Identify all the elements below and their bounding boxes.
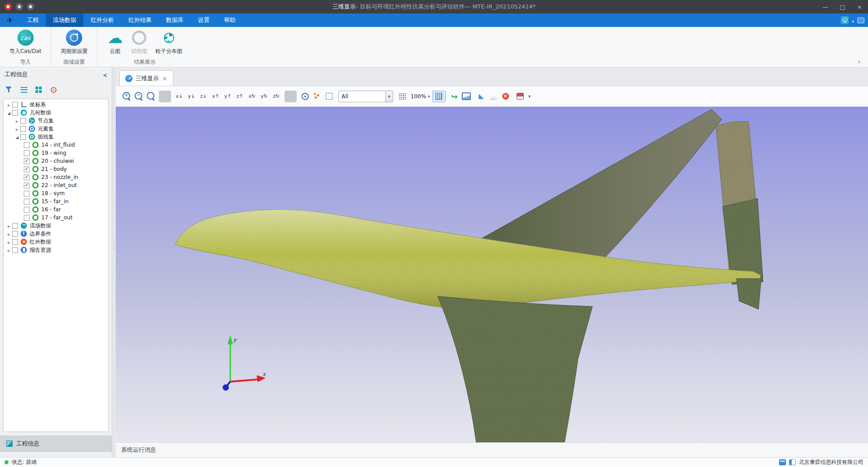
tree-item[interactable]: 坐标系 (4, 100, 108, 109)
zoom-percent-dropdown[interactable]: 100% (408, 91, 432, 102)
export-icon[interactable] (514, 91, 526, 102)
mirror-icon[interactable] (475, 91, 487, 102)
rotate-z-icon[interactable] (270, 91, 282, 102)
fit-view-icon[interactable] (145, 91, 157, 102)
chevron-down-icon[interactable] (526, 91, 533, 102)
visibility-checkbox[interactable] (12, 247, 18, 253)
tree-item[interactable]: 几何数据 (4, 109, 108, 117)
tree-item[interactable]: 流场数据 (4, 222, 108, 230)
delete-icon[interactable] (500, 91, 512, 102)
box-select-icon[interactable] (323, 91, 335, 102)
cloud-display-icon[interactable] (487, 91, 500, 102)
rotate-x-icon[interactable] (246, 91, 258, 102)
tree-item[interactable]: 元素集 (4, 125, 108, 133)
visibility-checkbox[interactable] (20, 134, 26, 140)
tree-item[interactable]: 14 - int_fluid (4, 141, 108, 149)
menu-item[interactable]: 数据库 (159, 13, 191, 27)
expand-arrow-icon[interactable] (6, 247, 12, 253)
user-icon[interactable] (841, 16, 849, 24)
snapshot-icon[interactable] (460, 91, 473, 102)
list-icon[interactable] (21, 87, 27, 93)
record-icon[interactable] (4, 3, 12, 10)
visibility-checkbox[interactable] (12, 102, 18, 108)
layout-blue-icon[interactable] (779, 459, 786, 465)
visibility-checkbox[interactable] (20, 126, 26, 132)
entity-filter-select[interactable]: All (338, 91, 393, 102)
tree-item[interactable]: 节点集 (4, 117, 108, 125)
view-x-neg-icon[interactable] (173, 91, 185, 102)
tree-item[interactable]: 15 - far_in (4, 197, 108, 205)
filter-icon[interactable] (5, 87, 13, 93)
visibility-checkbox[interactable] (12, 223, 18, 229)
tree-item[interactable]: 18 - sym (4, 189, 108, 197)
expand-arrow-icon[interactable] (14, 134, 20, 140)
menu-item[interactable]: 流场数据 (46, 13, 83, 27)
ribbon-button[interactable]: cas 导入Cas/Dat (6, 29, 44, 58)
menu-item[interactable]: 帮助 (217, 13, 243, 27)
expand-arrow-icon[interactable] (6, 231, 12, 237)
ribbon-collapse-icon[interactable] (858, 57, 861, 65)
tree-item[interactable]: 23 - nozzle_in (4, 173, 108, 181)
chevron-down-icon[interactable] (852, 16, 854, 25)
shade-pattern-icon[interactable] (396, 91, 408, 102)
maximize-button[interactable]: □ (834, 0, 851, 13)
locate-icon[interactable] (299, 91, 311, 102)
ribbon-button[interactable]: 切面图 (128, 29, 150, 58)
visibility-checkbox[interactable] (24, 207, 30, 213)
view-y-pos-icon[interactable] (222, 91, 234, 102)
grid-view-icon[interactable] (35, 87, 42, 93)
tree-item[interactable]: 21 - body (4, 165, 108, 173)
expand-arrow-icon[interactable] (6, 239, 12, 245)
minimize-button[interactable]: — (817, 0, 834, 13)
tree-item[interactable]: 22 - inlet_out (4, 181, 108, 189)
rotate-y-icon[interactable] (258, 91, 270, 102)
tree-item[interactable]: 20 - chuiwei (4, 157, 108, 165)
zoom-out-icon[interactable] (132, 91, 145, 102)
ribbon-button[interactable]: 粒子分布图 (152, 29, 185, 58)
visibility-checkbox[interactable] (24, 199, 30, 205)
visibility-checkbox[interactable] (12, 239, 18, 245)
viewport-3d[interactable]: x y (116, 107, 868, 442)
expand-arrow-icon[interactable] (6, 223, 12, 229)
theme-window-icon[interactable] (857, 17, 864, 23)
ribbon-button[interactable]: 云图 (104, 29, 126, 58)
grid-toggle-button[interactable] (432, 91, 446, 102)
visibility-checkbox[interactable] (24, 175, 30, 180)
visibility-checkbox[interactable] (24, 150, 30, 156)
visibility-checkbox[interactable] (20, 118, 26, 124)
layout-split-icon[interactable] (789, 459, 796, 465)
app-quick-icon[interactable] (16, 3, 23, 10)
view-x-pos-icon[interactable] (210, 91, 222, 102)
menu-item[interactable]: 设置 (191, 13, 217, 27)
zoom-in-icon[interactable] (120, 91, 132, 102)
ribbon-button[interactable]: 周期面设置 (57, 29, 91, 58)
expand-arrow-icon[interactable] (6, 101, 12, 108)
menu-item[interactable]: 工程 (20, 13, 46, 27)
menu-item[interactable]: 红外结果 (121, 13, 159, 27)
visibility-checkbox[interactable] (24, 158, 30, 164)
visibility-checkbox[interactable] (12, 231, 18, 237)
tab-3d-view[interactable]: 三维显示 (119, 70, 173, 86)
visibility-checkbox[interactable] (24, 142, 30, 148)
tree-item[interactable]: 19 - wing (4, 149, 108, 157)
visibility-checkbox[interactable] (24, 215, 30, 221)
view-z-pos-icon[interactable] (234, 91, 246, 102)
share-icon[interactable] (448, 91, 460, 102)
capture-quick-icon[interactable] (27, 3, 34, 10)
particle-select-icon[interactable] (311, 91, 323, 102)
tree-item[interactable]: 红外数据 (4, 238, 108, 246)
close-button[interactable]: × (851, 0, 868, 13)
tree-item[interactable]: 16 - far (4, 205, 108, 214)
panel-splitter[interactable] (112, 67, 116, 457)
close-tab-icon[interactable] (162, 75, 167, 82)
collapse-panel-icon[interactable] (103, 70, 107, 79)
visibility-checkbox[interactable] (12, 110, 18, 116)
tree-item[interactable]: 面线集 (4, 133, 108, 141)
view-z-neg-icon[interactable] (197, 91, 210, 102)
tree-item[interactable]: 17 - far_out (4, 214, 108, 222)
menu-item[interactable]: 红外分析 (83, 13, 121, 27)
expand-arrow-icon[interactable] (14, 126, 20, 132)
expand-arrow-icon[interactable] (6, 109, 12, 116)
visibility-checkbox[interactable] (24, 166, 30, 172)
project-info-bottom-tab[interactable]: 工程信息 (0, 436, 112, 452)
